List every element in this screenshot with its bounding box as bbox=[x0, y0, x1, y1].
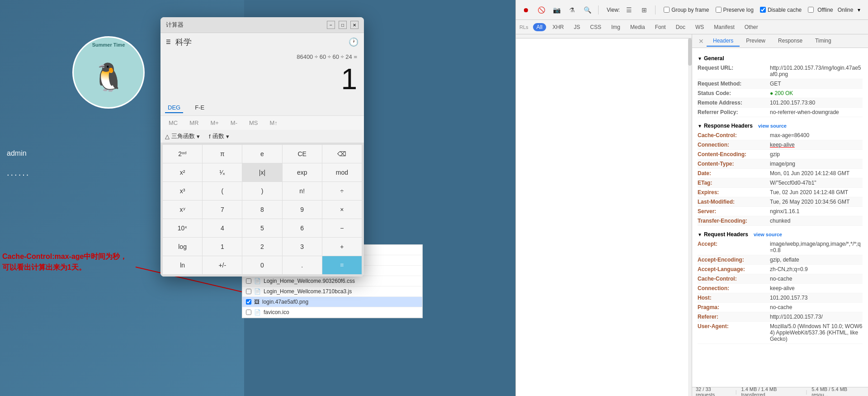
detail-tab-response[interactable]: Response bbox=[772, 36, 809, 47]
search-button[interactable]: 🔍 bbox=[581, 4, 594, 16]
request-url-row: Request URL: http://101.200.157.73/img/l… bbox=[698, 63, 863, 79]
group-by-frame-label[interactable]: Group by frame bbox=[671, 7, 709, 13]
calc-8-button[interactable]: 8 bbox=[242, 200, 282, 219]
detail-tab-preview[interactable]: Preview bbox=[740, 36, 772, 47]
calc-decimal-button[interactable]: . bbox=[283, 256, 322, 274]
filter-tab-all[interactable]: All bbox=[533, 23, 546, 31]
calc-openparen-button[interactable]: ( bbox=[203, 182, 242, 200]
calc-func-dropdown[interactable]: f 函数 ▾ bbox=[209, 132, 229, 140]
filter-tab-font[interactable]: Font bbox=[651, 23, 670, 31]
filter-tab-js[interactable]: JS bbox=[570, 23, 584, 31]
calc-pi-button[interactable]: π bbox=[203, 145, 242, 163]
online-dropdown[interactable]: ▾ bbox=[858, 7, 860, 13]
filter-tab-manifest[interactable]: Manifest bbox=[710, 23, 738, 31]
calc-6-button[interactable]: 6 bbox=[283, 219, 322, 237]
requests-list[interactable] bbox=[516, 38, 692, 396]
calc-minimize-button[interactable]: − bbox=[327, 21, 335, 29]
record-button[interactable]: ⏺ bbox=[519, 4, 532, 16]
calc-2-button[interactable]: 2 bbox=[242, 238, 282, 256]
calc-close-button[interactable]: ✕ bbox=[350, 21, 359, 29]
detail-tab-timing[interactable]: Timing bbox=[809, 36, 838, 47]
filter-tab-doc[interactable]: Doc bbox=[672, 23, 689, 31]
calc-mc-button[interactable]: MC bbox=[165, 118, 181, 128]
general-toggle[interactable]: ▼ bbox=[698, 56, 702, 61]
requests-scrollbar[interactable] bbox=[688, 38, 692, 396]
view-grid-button[interactable]: ⊞ bbox=[638, 4, 651, 16]
calc-10x-button[interactable]: 10ˣ bbox=[163, 219, 202, 237]
file-item-login-css[interactable]: 📄 Login_Home_Wellcome.903260f6.css bbox=[242, 276, 422, 286]
preserve-log-checkbox[interactable] bbox=[716, 7, 722, 13]
response-headers-view-source[interactable]: view source bbox=[758, 123, 787, 129]
calc-mplus-button[interactable]: M+ bbox=[207, 118, 222, 128]
calc-mod-button[interactable]: mod bbox=[322, 163, 362, 181]
filter-tab-xhr[interactable]: XHR bbox=[549, 23, 567, 31]
calc-5-button[interactable]: 5 bbox=[242, 219, 282, 237]
calc-deg-button[interactable]: DEG bbox=[165, 103, 183, 113]
file-checkbox-6[interactable] bbox=[246, 299, 251, 305]
calc-trig-dropdown[interactable]: △ 三角函数 ▾ bbox=[165, 132, 200, 140]
calc-divide-button[interactable]: ÷ bbox=[322, 182, 362, 200]
filter-tab-media[interactable]: Media bbox=[627, 23, 649, 31]
file-checkbox-7[interactable] bbox=[246, 310, 251, 315]
file-checkbox-4[interactable] bbox=[246, 278, 251, 284]
file-checkbox-5[interactable] bbox=[246, 289, 251, 294]
calc-abs-button[interactable]: |x| bbox=[242, 163, 282, 181]
calc-add-button[interactable]: + bbox=[322, 238, 362, 256]
calc-factorial-button[interactable]: n! bbox=[283, 182, 322, 200]
calc-negate-button[interactable]: +/- bbox=[203, 256, 242, 274]
calc-ce-button[interactable]: CE bbox=[283, 145, 322, 163]
offline-checkbox[interactable] bbox=[808, 7, 814, 13]
calc-mminus-button[interactable]: M- bbox=[227, 118, 241, 128]
calc-7-button[interactable]: 7 bbox=[203, 200, 242, 219]
calc-3-button[interactable]: 3 bbox=[283, 238, 322, 256]
filter-tab-other[interactable]: Other bbox=[741, 23, 762, 31]
calc-e-button[interactable]: e bbox=[242, 145, 282, 163]
calc-backspace-button[interactable]: ⌫ bbox=[322, 145, 362, 163]
calc-x2-button[interactable]: x² bbox=[163, 163, 202, 181]
calc-log-button[interactable]: log bbox=[163, 238, 202, 256]
group-by-frame-checkbox[interactable] bbox=[664, 7, 670, 13]
detail-close-button[interactable]: ✕ bbox=[696, 38, 707, 45]
filter-tab-css[interactable]: CSS bbox=[586, 23, 605, 31]
disable-cache-checkbox[interactable] bbox=[760, 7, 766, 13]
calc-2nd-button[interactable]: 2ⁿᵈ bbox=[163, 145, 202, 163]
detail-tab-headers[interactable]: Headers bbox=[707, 36, 740, 47]
calc-ln-button[interactable]: ln bbox=[163, 256, 202, 274]
calc-recip-button[interactable]: ¹⁄ₓ bbox=[203, 163, 242, 181]
request-headers-view-source[interactable]: view source bbox=[754, 232, 782, 237]
file-item-favicon[interactable]: 📄 favicon.ico bbox=[242, 307, 422, 318]
filter-button[interactable]: ⚗ bbox=[566, 4, 578, 16]
view-list-button[interactable]: ☰ bbox=[623, 4, 635, 16]
calc-xy-button[interactable]: xʸ bbox=[163, 200, 202, 219]
file-item-login-png[interactable]: 🖼 login.47ae5af0.png bbox=[242, 297, 422, 307]
filter-tab-ws[interactable]: WS bbox=[692, 23, 708, 31]
calc-exp-button[interactable]: exp bbox=[283, 163, 322, 181]
calc-4-button[interactable]: 4 bbox=[203, 219, 242, 237]
calc-x3-button[interactable]: x³ bbox=[163, 182, 202, 200]
disable-cache-label[interactable]: Disable cache bbox=[768, 7, 802, 13]
calc-1-button[interactable]: 1 bbox=[203, 238, 242, 256]
calc-fe-button[interactable]: F-E bbox=[192, 103, 207, 113]
calc-subtract-button[interactable]: − bbox=[322, 219, 362, 237]
detail-content[interactable]: ▼ General Request URL: http://101.200.15… bbox=[692, 48, 868, 387]
request-headers-toggle[interactable]: ▼ bbox=[698, 232, 702, 237]
calc-maximize-button[interactable]: □ bbox=[339, 21, 347, 29]
calc-9-button[interactable]: 9 bbox=[283, 200, 322, 219]
clear-button[interactable]: 🚫 bbox=[535, 4, 547, 16]
filter-tab-img[interactable]: Img bbox=[608, 23, 624, 31]
calc-closeparen-button[interactable]: ) bbox=[242, 182, 282, 200]
calc-ms-button[interactable]: MS bbox=[245, 118, 262, 128]
response-headers-toggle[interactable]: ▼ bbox=[698, 124, 702, 129]
calc-history-button[interactable]: 🕐 bbox=[349, 37, 359, 47]
calc-0-button[interactable]: 0 bbox=[242, 256, 282, 274]
preserve-log-label[interactable]: Preserve log bbox=[723, 7, 754, 13]
calc-multiply-button[interactable]: × bbox=[322, 200, 362, 219]
camera-button[interactable]: 📷 bbox=[550, 4, 563, 16]
calc-equals-button[interactable]: = bbox=[322, 256, 362, 274]
calc-mup-button[interactable]: M↑ bbox=[266, 118, 281, 128]
requests-scrollbar-thumb[interactable] bbox=[688, 38, 692, 66]
calc-menu-icon[interactable]: ☰ bbox=[166, 39, 171, 45]
file-item-login-home-2[interactable]: 📄 Login_Home_Wellcome.1710bca3.js bbox=[242, 286, 422, 297]
calc-mr-button[interactable]: MR bbox=[186, 118, 202, 128]
connection-resp-row: Connection: keep-alive bbox=[698, 140, 863, 150]
